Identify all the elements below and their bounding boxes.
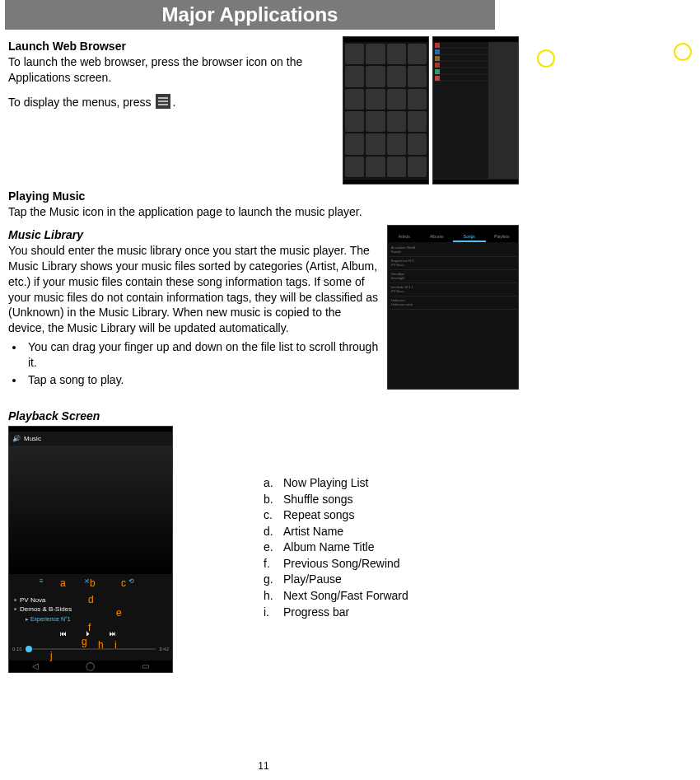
legend-letter: a. bbox=[264, 475, 277, 492]
legend-desc: Shuffle songs bbox=[283, 492, 353, 508]
music-p1: Tap the Music icon in the application pa… bbox=[8, 204, 519, 220]
legend-desc: Now Playing List bbox=[283, 475, 369, 492]
page-number: 11 bbox=[0, 760, 527, 772]
legend-desc: Next Song/Fast Forward bbox=[283, 588, 408, 605]
now-playing-list-icon: ≡ bbox=[40, 577, 53, 591]
subtitle-music-library: Music Library bbox=[8, 228, 379, 241]
shuffle-icon: ⤨ bbox=[84, 577, 97, 591]
album-name: Demos & B-Sides bbox=[20, 605, 72, 614]
library-bullets: You can drag your finger up and down on … bbox=[25, 339, 379, 388]
next-icon: ⏭ bbox=[110, 630, 121, 642]
repeat-icon: ⟲ bbox=[128, 577, 142, 591]
recents-icon: ▭ bbox=[142, 661, 149, 670]
phone-screenshot-music-library: Artists Albums Songs Playlists Accordion… bbox=[387, 225, 519, 390]
legend-letter: e. bbox=[264, 539, 277, 556]
phone-screenshot-browser-menu bbox=[432, 36, 519, 184]
home-icon: ◯ bbox=[86, 661, 95, 670]
legend-desc: Progress bar bbox=[283, 605, 349, 621]
library-p1: You should enter the music library once … bbox=[8, 243, 379, 336]
legend-letter: c. bbox=[264, 507, 277, 524]
legend-desc: Repeat songs bbox=[283, 507, 354, 524]
legend-desc: Artist Name bbox=[283, 524, 343, 540]
library-bullet-2: Tap a song to play. bbox=[25, 372, 379, 388]
phone-screenshot-apps bbox=[343, 36, 429, 184]
legend-letter: h. bbox=[264, 588, 277, 605]
phone-screenshot-playback: 🔊 Music ≡ ⤨ ⟲ PV Nova Demos & B-Sides ▸ … bbox=[8, 426, 173, 673]
section-title-browser: Launch Web Browser bbox=[8, 40, 334, 53]
track-title: ▸ Experience N°1 bbox=[26, 615, 167, 624]
legend-desc: Album Name Title bbox=[283, 539, 374, 556]
legend-letter: g. bbox=[264, 572, 277, 588]
progress-bar: 0:15 3:42 bbox=[9, 645, 172, 653]
subtitle-playback-screen: Playback Screen bbox=[8, 409, 519, 423]
back-icon: ◁ bbox=[32, 661, 39, 670]
legend-desc: Previous Song/Rewind bbox=[283, 556, 400, 572]
legend-desc: Play/Pause bbox=[283, 572, 342, 588]
page-header: Major Applications bbox=[5, 0, 495, 30]
legend-letter: b. bbox=[264, 492, 277, 508]
legend-letter: d. bbox=[264, 524, 277, 540]
play-pause-icon: ⏵ bbox=[85, 630, 96, 642]
android-navbar: ◁ ◯ ▭ bbox=[9, 661, 172, 672]
legend-letter: i. bbox=[264, 605, 277, 621]
music-app-label: Music bbox=[24, 435, 41, 442]
browser-p1: To launch the web browser, press the bro… bbox=[8, 54, 334, 86]
playback-legend: a.Now Playing List b.Shuffle songs c.Rep… bbox=[247, 475, 408, 673]
artist-name: PV Nova bbox=[20, 596, 46, 605]
volume-icon: 🔊 bbox=[12, 435, 21, 442]
browser-screenshot-pair bbox=[343, 36, 519, 184]
decor-circle-icon bbox=[537, 49, 555, 68]
previous-icon: ⏮ bbox=[60, 630, 72, 642]
menu-icon bbox=[156, 94, 170, 109]
legend-letter: f. bbox=[264, 556, 277, 572]
browser-p2: To display the menus, press . bbox=[8, 94, 334, 110]
section-title-music: Playing Music bbox=[8, 189, 519, 203]
album-art bbox=[9, 446, 172, 574]
library-bullet-1: You can drag your finger up and down on … bbox=[25, 339, 379, 371]
time-total: 3:42 bbox=[159, 647, 169, 652]
time-current: 0:15 bbox=[12, 647, 22, 652]
decor-circle-icon bbox=[674, 43, 692, 61]
